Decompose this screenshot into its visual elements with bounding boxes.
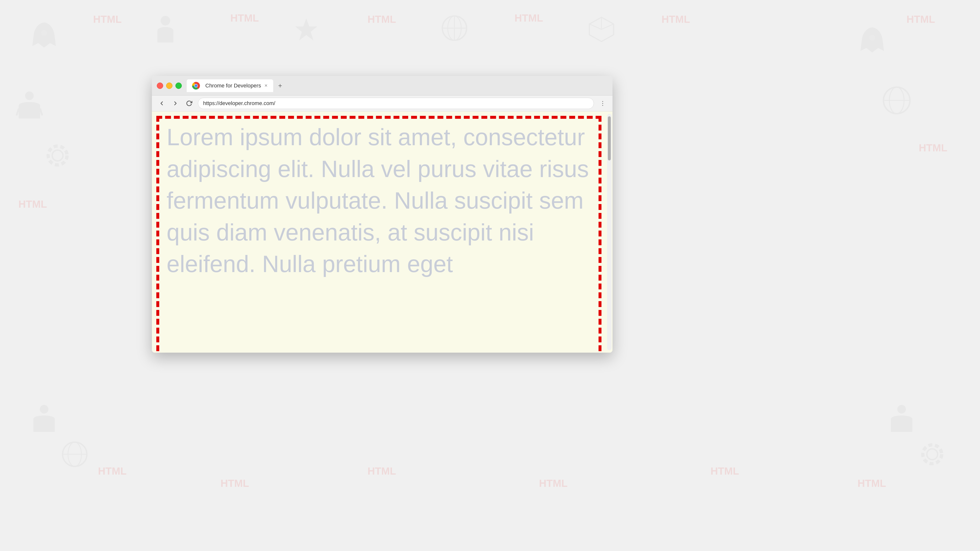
url-bar[interactable]: https://developer.chrome.com/	[198, 98, 594, 109]
bg-html-badge-6: HTML	[18, 198, 47, 210]
traffic-lights	[157, 83, 182, 89]
svg-point-22	[68, 442, 81, 467]
scrollbar-thumb[interactable]	[608, 116, 611, 160]
svg-point-18	[889, 87, 904, 114]
svg-point-14	[52, 150, 63, 161]
svg-point-3	[442, 16, 467, 40]
menu-button[interactable]: ⋮	[598, 98, 608, 108]
svg-point-11	[25, 92, 34, 100]
bg-html-badge-1: HTML	[93, 13, 122, 25]
minimize-button[interactable]	[166, 83, 172, 89]
maximize-button[interactable]	[175, 83, 182, 89]
tab-title: Chrome for Developers	[205, 83, 261, 89]
bg-html-badge-8: HTML	[919, 142, 947, 154]
active-tab[interactable]: Chrome for Developers ✕	[187, 79, 273, 92]
svg-point-24	[897, 405, 906, 414]
page-content: Lorem ipsum dolor sit amet, consectetur …	[152, 111, 612, 353]
bg-html-badge-3: HTML	[368, 13, 396, 25]
bg-html-badge-14: HTML	[858, 478, 886, 489]
bg-html-badge-10: HTML	[221, 478, 249, 489]
svg-point-20	[40, 405, 49, 414]
bg-html-badge-7: HTML	[907, 13, 935, 25]
svg-point-1	[161, 16, 170, 25]
scrollbar-track[interactable]	[607, 114, 611, 350]
chrome-logo-icon	[192, 81, 200, 90]
bg-html-badge-12: HTML	[539, 478, 568, 489]
svg-line-10	[589, 24, 602, 29]
svg-point-17	[883, 87, 910, 114]
bg-deco-person-2	[15, 91, 44, 125]
bg-deco-person-3	[29, 404, 59, 438]
svg-point-4	[448, 16, 461, 40]
bg-deco-cube-1	[588, 16, 615, 43]
bg-html-badge-9: HTML	[98, 465, 127, 477]
svg-point-21	[63, 442, 87, 467]
title-bar: Chrome for Developers ✕ +	[152, 76, 612, 95]
svg-point-26	[923, 445, 942, 464]
forward-button[interactable]	[170, 98, 180, 108]
tab-close-button[interactable]: ✕	[263, 83, 268, 88]
bg-html-badge-2: HTML	[230, 12, 259, 24]
svg-line-12	[17, 109, 19, 116]
svg-marker-7	[589, 17, 614, 41]
browser-window: Chrome for Developers ✕ +	[152, 76, 612, 353]
close-button[interactable]	[157, 83, 163, 89]
url-text: https://developer.chrome.com/	[203, 100, 275, 106]
svg-line-13	[40, 109, 42, 116]
bg-html-badge-4: HTML	[514, 12, 543, 24]
svg-line-9	[601, 24, 614, 29]
bg-deco-globe-2	[882, 86, 912, 115]
svg-point-29	[194, 84, 197, 87]
bg-deco-globe-3	[61, 441, 88, 468]
bg-deco-globe-1	[441, 15, 468, 41]
bg-html-badge-5: HTML	[662, 13, 690, 25]
bg-deco-star-1	[294, 17, 318, 41]
svg-point-16	[869, 35, 875, 41]
navigation-bar: https://developer.chrome.com/ ⋮	[152, 95, 612, 111]
bg-deco-rocket-1	[29, 20, 59, 49]
tab-bar: Chrome for Developers ✕ +	[187, 79, 608, 92]
bg-deco-gear-2	[919, 441, 946, 468]
reload-button[interactable]	[184, 98, 194, 108]
bg-deco-gear-1	[44, 142, 71, 169]
bg-deco-rocket-2	[858, 24, 887, 54]
new-tab-button[interactable]: +	[275, 81, 285, 91]
bg-deco-person-1	[152, 15, 179, 46]
bg-deco-person-4	[887, 404, 916, 438]
lorem-ipsum-text: Lorem ipsum dolor sit amet, consectetur …	[152, 111, 612, 353]
bg-html-badge-13: HTML	[711, 465, 739, 477]
svg-marker-2	[295, 18, 317, 40]
svg-point-0	[41, 30, 47, 36]
bg-html-badge-11: HTML	[368, 465, 396, 477]
svg-point-25	[927, 449, 938, 460]
svg-point-15	[48, 146, 67, 165]
back-button[interactable]	[157, 98, 167, 108]
